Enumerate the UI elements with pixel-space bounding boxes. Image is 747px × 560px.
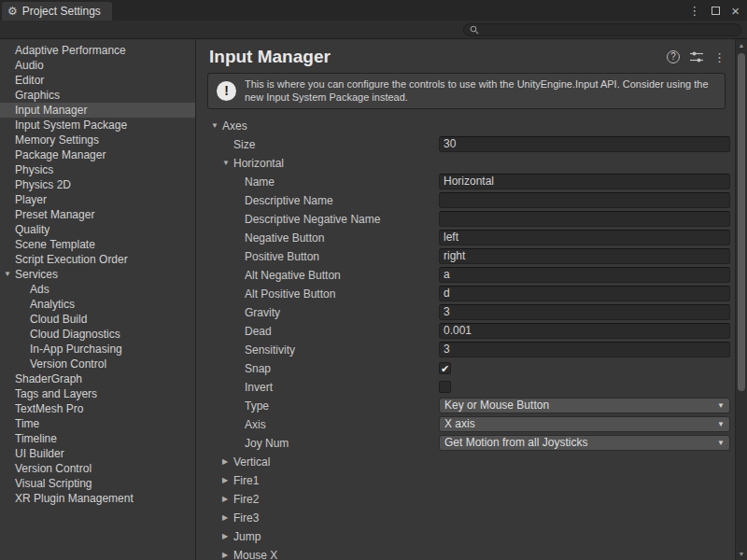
joy-num-dropdown[interactable]: Get Motion from all Joysticks▼ [439,435,730,451]
field-label-text: Jump [233,530,261,543]
field-value: ✔ [439,362,730,374]
search-icon [470,21,479,38]
sidebar-item-tags-and-layers[interactable]: Tags and Layers [0,386,195,401]
field-value: X axis▼ [439,416,730,432]
field-label[interactable]: ▶Vertical [196,455,439,469]
field-label: Descriptive Negative Name [196,213,439,226]
field-label[interactable]: ▼Axes [196,119,439,133]
sidebar-item-input-manager[interactable]: Input Manager [0,103,195,118]
sidebar-item-quality[interactable]: Quality [0,222,195,237]
field-label: Sensitivity [196,343,439,357]
sidebar-item-editor[interactable]: Editor [0,73,195,88]
sidebar-item-audio[interactable]: Audio [0,58,195,73]
foldout-open-icon[interactable]: ▼ [4,267,11,282]
field-label[interactable]: ▶Fire2 [196,493,439,506]
foldout-closed-icon[interactable]: ▶ [222,495,233,503]
sidebar-item-script-execution-order[interactable]: Script Execution Order [0,252,195,267]
sidebar-item-ads[interactable]: Ads [0,282,195,297]
search-input[interactable] [483,24,735,35]
sidebar-item-cloud-diagnostics[interactable]: Cloud Diagnostics [0,327,195,342]
vertical-scrollbar[interactable]: ▲ ▼ [735,39,747,560]
alt-positive-button-input[interactable]: d [439,286,730,301]
indent-spacer [233,383,245,391]
help-icon[interactable]: ? [667,50,680,63]
scrollbar-thumb[interactable] [738,53,745,391]
sidebar-item-label: XR Plugin Management [15,492,134,505]
sidebar-item-xr-plugin-management[interactable]: XR Plugin Management [0,491,195,506]
sidebar-item-input-system-package[interactable]: Input System Package [0,118,195,133]
tab-bar: ⚙ Project Settings ⋮ × [0,0,747,21]
sidebar-item-memory-settings[interactable]: Memory Settings [0,133,195,147]
field-label[interactable]: ▶Mouse X [196,549,439,560]
preset-icon[interactable] [690,51,703,63]
sidebar-item-timeline[interactable]: Timeline [0,431,195,446]
snap-checkbox[interactable]: ✔ [439,362,451,374]
descriptive-name-input[interactable] [439,192,730,208]
sidebar-item-player[interactable]: Player [0,192,195,207]
sidebar-item-physics[interactable]: Physics [0,162,195,177]
field-label[interactable]: ▶Fire1 [196,474,439,487]
foldout-closed-icon[interactable]: ▶ [222,457,233,466]
negative-button-input[interactable]: left [439,230,730,245]
sidebar-item-visual-scripting[interactable]: Visual Scripting [0,476,195,491]
field-value: left [439,230,730,245]
foldout-open-icon[interactable]: ▼ [222,159,233,167]
tab-project-settings[interactable]: ⚙ Project Settings [2,2,112,21]
sidebar-item-scene-template[interactable]: Scene Template [0,237,195,252]
sidebar-item-physics-2d[interactable]: Physics 2D [0,177,195,192]
info-text: This is where you can configure the cont… [245,77,716,105]
maximize-icon[interactable] [712,7,720,15]
alt-negative-button-input[interactable]: a [439,267,730,283]
sidebar-item-cloud-build[interactable]: Cloud Build [0,312,195,327]
field-label-text: Horizontal [233,157,284,170]
positive-button-input[interactable]: right [439,248,730,264]
field-label[interactable]: ▶Jump [196,530,439,543]
foldout-closed-icon[interactable]: ▶ [222,532,233,540]
sidebar-item-label: Tags and Layers [15,387,97,400]
sidebar-item-in-app-purchasing[interactable]: In-App Purchasing [0,342,195,357]
scroll-down-icon[interactable]: ▼ [736,551,747,557]
sidebar-item-graphics[interactable]: Graphics [0,88,195,103]
field-label-text: Type [245,399,269,413]
dead-input[interactable]: 0.001 [439,323,730,339]
sidebar-item-textmesh-pro[interactable]: TextMesh Pro [0,401,195,416]
descriptive-negative-name-input[interactable] [439,211,730,227]
foldout-closed-icon[interactable]: ▶ [222,551,233,559]
sidebar-item-services[interactable]: ▼Services [0,267,195,282]
sidebar-item-time[interactable]: Time [0,416,195,431]
scroll-up-icon[interactable]: ▲ [736,42,747,49]
foldout-closed-icon[interactable]: ▶ [222,476,233,484]
sidebar-item-label: Time [15,417,39,430]
type-dropdown[interactable]: Key or Mouse Button▼ [439,398,730,413]
window-menu-icon[interactable]: ⋮ [688,4,700,18]
row-horizontal: ▼Horizontal [196,154,735,173]
sensitivity-input[interactable]: 3 [439,342,730,357]
sidebar-item-package-manager[interactable]: Package Manager [0,147,195,162]
foldout-closed-icon[interactable]: ▶ [222,513,233,522]
dropdown-arrow-icon: ▼ [717,401,725,410]
sidebar-item-ui-builder[interactable]: UI Builder [0,446,195,461]
field-label-text: Alt Positive Button [245,287,335,301]
field-label-text: Fire2 [233,493,259,506]
indent-spacer [233,252,245,260]
search-box[interactable] [463,23,741,36]
sidebar-item-analytics[interactable]: Analytics [0,297,195,312]
sidebar-item-shadergraph[interactable]: ShaderGraph [0,371,195,386]
axis-dropdown[interactable]: X axis▼ [439,416,730,432]
close-icon[interactable]: × [731,4,740,18]
field-label[interactable]: ▼Horizontal [196,157,439,170]
field-label[interactable]: ▶Fire3 [196,511,439,525]
sidebar-item-preset-manager[interactable]: Preset Manager [0,207,195,222]
field-label-text: Dead [245,325,272,338]
field-label-text: Vertical [233,455,270,469]
row-descriptive-negative-name: Descriptive Negative Name [196,210,735,229]
sidebar-item-version-control[interactable]: Version Control [0,357,195,371]
panel-menu-icon[interactable]: ⋮ [713,50,726,64]
foldout-open-icon[interactable]: ▼ [211,121,222,130]
gravity-input[interactable]: 3 [439,304,730,320]
name-input[interactable]: Horizontal [439,174,730,189]
sidebar-item-version-control[interactable]: Version Control [0,461,195,476]
invert-checkbox[interactable] [439,381,451,393]
sidebar-item-adaptive-performance[interactable]: Adaptive Performance [0,43,195,58]
size-input[interactable]: 30 [439,136,730,152]
